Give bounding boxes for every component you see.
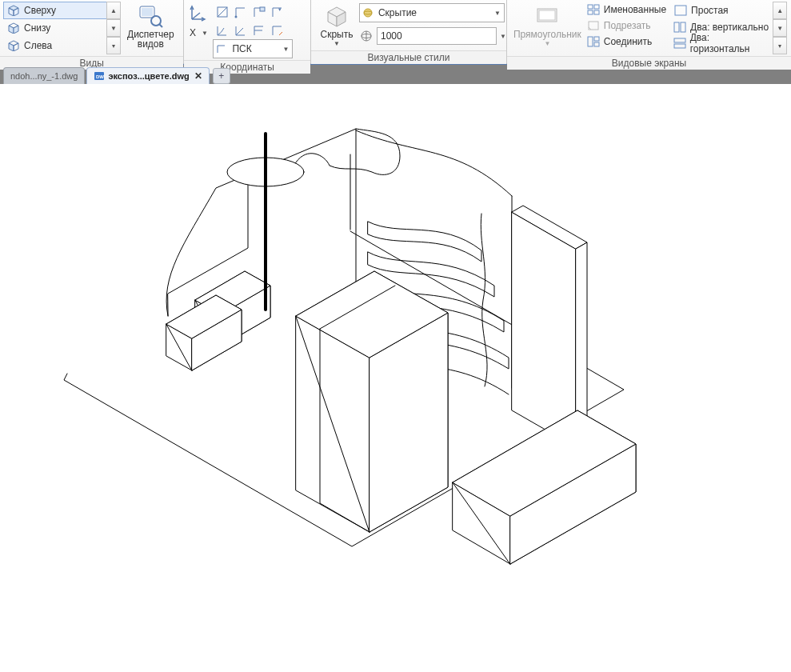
sphere-icon: [361, 7, 375, 18]
coord-tool-8[interactable]: [268, 21, 287, 40]
join-icon: [586, 35, 601, 48]
views-scroll-menu[interactable]: ▾: [106, 37, 121, 54]
vp2v-icon: [673, 21, 687, 34]
hide-label: Скрыть: [320, 30, 353, 39]
sphere-wire-icon[interactable]: [359, 30, 374, 42]
svg-rect-45: [675, 6, 686, 15]
view-item-bottom[interactable]: Снизу: [3, 19, 107, 37]
hide-button[interactable]: Скрыть ▼: [314, 2, 359, 49]
svg-line-25: [236, 28, 243, 35]
coord-tool-6[interactable]: [231, 21, 250, 40]
view-item-label: Снизу: [24, 22, 50, 34]
svg-rect-42: [588, 37, 593, 46]
svg-line-15: [192, 13, 200, 19]
panel-label-viewports: Видовые экраны: [507, 56, 791, 70]
document-tab-inactive[interactable]: ndoh...ny_-1.dwg: [3, 67, 85, 84]
svg-rect-40: [594, 10, 599, 14]
svg-text:▾: ▾: [278, 6, 282, 12]
svg-point-18: [235, 16, 238, 18]
panel-coords: X▼ ▾ ПСК ▼: [184, 0, 311, 63]
chevron-down-icon[interactable]: ▼: [500, 33, 506, 40]
ucs-combo[interactable]: ПСК ▼: [213, 39, 293, 58]
chevron-down-icon: ▼: [334, 39, 340, 49]
vp-scroll-menu[interactable]: ▾: [773, 37, 787, 54]
ucs-combo-icon: [214, 43, 229, 54]
panel-label-visual: Визуальные стили: [311, 50, 506, 64]
coord-tool-7[interactable]: [250, 21, 269, 40]
vp-config-2h[interactable]: Два: горизонтальн: [671, 35, 772, 51]
chevron-down-icon: ▼: [202, 30, 208, 37]
svg-line-17: [218, 7, 227, 17]
ucs-combo-text: ПСК: [229, 43, 280, 54]
named-viewports[interactable]: Именованные: [585, 2, 668, 18]
cube-top-icon: [6, 5, 21, 16]
panel-views: Сверху Снизу Слева ▲ ▼ ▾: [0, 0, 184, 63]
views-scroll-up[interactable]: ▲: [106, 2, 121, 19]
vp-config-simple[interactable]: Простая: [671, 2, 773, 19]
svg-point-30: [364, 9, 372, 17]
drawing-viewport[interactable]: [0, 84, 791, 672]
view-item-label: Слева: [24, 40, 52, 51]
visual-style-combo[interactable]: Скрытие ▼: [359, 3, 505, 22]
rect-label: Прямоугольник: [513, 30, 581, 39]
visual-style-text: Скрытие: [375, 7, 492, 18]
view-item-top[interactable]: Сверху: [3, 2, 107, 19]
svg-rect-46: [674, 22, 679, 32]
coord-tool-grid: ▾: [213, 2, 293, 38]
dwg-file-icon: DWG: [94, 70, 105, 82]
svg-rect-19: [260, 7, 265, 11]
view-item-label: Сверху: [24, 5, 56, 16]
svg-rect-38: [594, 5, 599, 9]
tab-close-button[interactable]: ✕: [194, 70, 202, 82]
coord-tool-3[interactable]: [250, 2, 269, 22]
chevron-down-icon: ▼: [492, 10, 503, 17]
ucs-icon[interactable]: [187, 2, 210, 24]
svg-text:DWG: DWG: [96, 74, 105, 79]
chevron-down-icon: ▼: [280, 46, 291, 53]
grid4-icon: [586, 3, 601, 16]
views-scroll-down[interactable]: ▼: [106, 19, 121, 37]
svg-rect-43: [594, 37, 599, 41]
svg-rect-10: [142, 8, 153, 16]
scale-input[interactable]: [377, 27, 497, 45]
coord-tool-2[interactable]: [231, 2, 250, 22]
x-axis-label[interactable]: X: [190, 27, 196, 38]
document-tab-active[interactable]: DWG экспоз...цвете.dwg ✕: [86, 67, 209, 84]
vp-scroll-up[interactable]: ▲: [773, 2, 787, 19]
svg-rect-37: [588, 5, 593, 9]
vp2h-icon: [673, 37, 687, 50]
chevron-down-icon: ▼: [544, 39, 550, 49]
coord-tool-4[interactable]: ▾: [268, 2, 287, 22]
rectangle-icon: [533, 2, 561, 30]
vp-scroll-down[interactable]: ▼: [773, 19, 787, 37]
view-manager-label2: видов: [138, 39, 164, 49]
svg-marker-8: [14, 43, 18, 51]
rectangle-viewport-button[interactable]: Прямоугольник ▼: [510, 2, 585, 49]
svg-rect-49: [674, 44, 685, 48]
view-manager-button[interactable]: Диспетчер видов: [124, 2, 178, 49]
svg-marker-52: [512, 212, 576, 447]
cube-bottom-icon: [6, 22, 21, 34]
cube-left-icon: [6, 40, 21, 51]
coord-tool-1[interactable]: [213, 2, 232, 22]
join-viewports[interactable]: Соединить: [585, 34, 668, 50]
new-tab-button[interactable]: +: [213, 68, 230, 84]
svg-rect-44: [594, 42, 599, 46]
coord-tool-5[interactable]: [213, 21, 232, 40]
isometric-drawing: [0, 84, 791, 672]
panel-visual: Скрыть ▼ Скрытие ▼ ▼ Визуальные стили: [311, 0, 507, 63]
svg-marker-4: [9, 26, 14, 34]
clip-viewport[interactable]: Подрезать: [585, 18, 668, 34]
hide-icon: [323, 2, 350, 30]
clip-icon: [586, 19, 601, 32]
svg-marker-7: [9, 43, 14, 51]
view-manager-icon: [137, 2, 164, 30]
svg-marker-5: [14, 26, 18, 34]
svg-marker-0: [9, 6, 18, 10]
svg-rect-39: [588, 10, 593, 14]
svg-rect-47: [681, 22, 685, 32]
svg-rect-48: [674, 38, 685, 42]
vp1-icon: [673, 4, 688, 17]
panel-viewports: Прямоугольник ▼ Именованные Подрезать Со…: [507, 0, 791, 63]
view-item-left[interactable]: Слева: [3, 37, 107, 54]
